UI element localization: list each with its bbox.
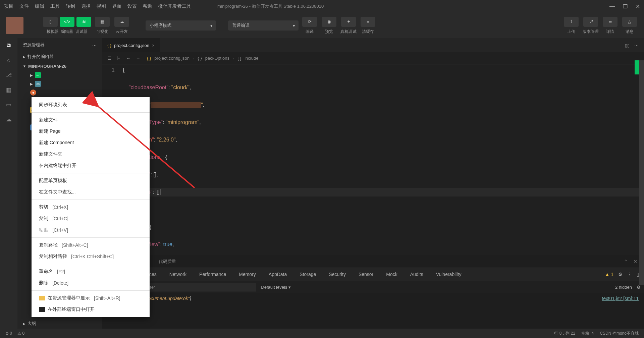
tree-item[interactable]: ● [28, 88, 102, 97]
branch-icon[interactable]: ⎇ [5, 71, 13, 79]
message-button[interactable]: △ [622, 17, 637, 27]
project-section[interactable]: ▼MINIPROGRAM-26 [17, 62, 102, 71]
dtab-mock[interactable]: Mock [380, 269, 403, 280]
dtab-security[interactable]: Security [323, 269, 352, 280]
warning-badge[interactable]: ▲ 1 [605, 272, 613, 277]
ctx-item[interactable]: 在内建终端中打开 [32, 160, 150, 171]
ctx-item[interactable]: 同步环境列表 [32, 99, 150, 111]
dtab-vulnerability[interactable]: Vulnerability [430, 269, 468, 280]
realdevice-button[interactable]: ✦ [341, 17, 356, 27]
menu-ui[interactable]: 界面 [112, 3, 121, 9]
gear-icon[interactable]: ⚙ [637, 285, 641, 290]
ctx-item[interactable]: 配置单页模板 [32, 175, 150, 186]
minimize-icon[interactable]: — [609, 3, 615, 10]
menu-file[interactable]: 文件 [19, 3, 29, 9]
dtab-audits[interactable]: Audits [404, 269, 429, 280]
ctx-item[interactable]: 复制路径[Shift+Alt+C] [32, 239, 150, 251]
ctx-item[interactable]: 删除[Delete] [32, 277, 150, 289]
ctx-item[interactable]: 新建 Page [32, 126, 150, 137]
bookmark-icon[interactable]: ⚐ [117, 56, 121, 61]
open-editors-section[interactable]: ▶打开的编辑器 [17, 52, 102, 62]
cloud-button[interactable]: ☁ [114, 17, 129, 27]
avatar[interactable] [6, 17, 23, 34]
panel-close-icon[interactable]: ✕ [634, 259, 637, 264]
menu-view[interactable]: 视图 [97, 3, 106, 9]
version-button[interactable]: ⎇ [583, 17, 598, 27]
filter-input[interactable]: Filter [142, 283, 256, 291]
tree-item[interactable]: ▶∞ [28, 71, 102, 79]
ctx-item[interactable]: 复制[Ctrl+C] [32, 213, 150, 224]
gear-icon[interactable]: ⚙ [618, 272, 623, 277]
upload-button[interactable]: ⤴ [564, 17, 579, 27]
bc-file[interactable]: project.config.json [154, 56, 190, 61]
dtab-appdata[interactable]: AppData [263, 269, 293, 280]
ctx-item[interactable]: 在文件夹中查找... [32, 186, 150, 198]
dtab-storage[interactable]: Storage [293, 269, 322, 280]
maximize-icon[interactable]: ❐ [623, 3, 628, 10]
visual-button[interactable]: ▦ [95, 17, 110, 27]
tab-close-icon[interactable]: × [152, 43, 155, 48]
dock-icon[interactable]: ▯ [637, 272, 639, 277]
dtab-network[interactable]: Network [163, 269, 193, 280]
preview-button[interactable]: ◉ [322, 17, 336, 27]
ctx-item[interactable]: 新建文件夹 [32, 149, 150, 160]
panel-tabs: 题 输出 终端 代码质量 ⌃ ✕ [102, 255, 644, 268]
status-spaces[interactable]: 空格: 4 [581, 331, 594, 336]
split-icon[interactable]: ▯▯ [625, 43, 630, 48]
scrollbar[interactable] [639, 60, 644, 285]
breadcrumb: ☰ ⚐ ← → { } project.config.json › { } pa… [102, 52, 644, 64]
ctx-item[interactable]: 剪切[Ctrl+X] [32, 202, 150, 213]
cache-button[interactable]: ≡ [361, 17, 375, 27]
menu-goto[interactable]: 转到 [66, 3, 75, 9]
dtab-sensor[interactable]: Sensor [353, 269, 379, 280]
explorer-icon[interactable]: ⧉ [5, 42, 13, 50]
menu-wechat-devtools[interactable]: 微信开发者工具 [158, 3, 191, 9]
debugger-button[interactable]: ≋ [76, 17, 91, 27]
mode-dropdown[interactable]: 小程序模式 [146, 20, 216, 31]
close-icon[interactable]: ✕ [636, 3, 640, 10]
menu-settings[interactable]: 设置 [127, 3, 137, 9]
ctx-item[interactable]: 新建 Component [32, 137, 150, 149]
editor-button[interactable]: </> [60, 17, 74, 27]
more-icon[interactable]: ⋯ [92, 43, 97, 48]
bc-include[interactable]: include [245, 56, 258, 61]
ctx-item[interactable]: 新建文件 [32, 114, 150, 126]
ctx-item[interactable]: 在外部终端窗口中打开 [32, 304, 150, 315]
tree-item[interactable]: ▶▭ [28, 79, 102, 88]
panel-collapse-icon[interactable]: ⌃ [624, 259, 628, 264]
status-err-icon[interactable]: ⊘ 0 [5, 331, 12, 336]
compile-mode-dropdown[interactable]: 普通编译 [228, 20, 299, 31]
ctx-item[interactable]: 重命名[F2] [32, 266, 150, 277]
tab-project-config[interactable]: { } project.config.json × [102, 38, 160, 52]
grid-icon[interactable]: ▦ [5, 86, 13, 94]
list-icon[interactable]: ☰ [107, 56, 111, 61]
ctx-item[interactable]: 复制相对路径[Ctrl+K Ctrl+Shift+C] [32, 251, 150, 262]
status-warn-icon[interactable]: ⚠ 0 [17, 331, 24, 336]
bc-packoptions[interactable]: packOptions [205, 56, 229, 61]
ptab-quality[interactable]: 代码质量 [159, 259, 176, 265]
cloud-icon[interactable]: ☁ [5, 115, 13, 123]
detail-button[interactable]: ≣ [603, 17, 618, 27]
console-output[interactable]: ats: {…}, errMsg: "document.update:ok"} … [102, 293, 644, 329]
simulator-button[interactable]: ▯ [43, 17, 58, 27]
menu-edit[interactable]: 编辑 [35, 3, 44, 9]
back-icon[interactable]: ← [126, 56, 130, 61]
menu-project[interactable]: 项目 [4, 3, 13, 9]
menu-select[interactable]: 选择 [81, 3, 91, 9]
status-position[interactable]: 行 8，列 22 [554, 331, 575, 336]
forward-icon[interactable]: → [136, 56, 140, 61]
levels-dropdown[interactable]: Default levels ▾ [261, 285, 291, 290]
menu-tools[interactable]: 工具 [50, 3, 60, 9]
outline-section[interactable]: ▶大纲 [17, 319, 102, 329]
search-icon[interactable]: ⌕ [5, 56, 13, 64]
dtab-memory[interactable]: Memory [233, 269, 262, 280]
dotsv-icon[interactable]: ⋮ [627, 272, 632, 277]
more-icon[interactable]: ⋯ [634, 43, 639, 48]
menu-help[interactable]: 帮助 [143, 3, 152, 9]
dtab-performance[interactable]: Performance [193, 269, 232, 280]
console-source-link[interactable]: text01.js? [sm]:11 [602, 296, 639, 301]
ctx-item[interactable]: 在资源管理器中显示[Shift+Alt+R] [32, 292, 150, 304]
compile-button[interactable]: ⟳ [302, 17, 317, 27]
code-editor[interactable]: 1 ˅ { "cloudbaseRoot": "cloud/", "appid"… [102, 64, 644, 255]
box-icon[interactable]: ▭ [5, 101, 13, 109]
